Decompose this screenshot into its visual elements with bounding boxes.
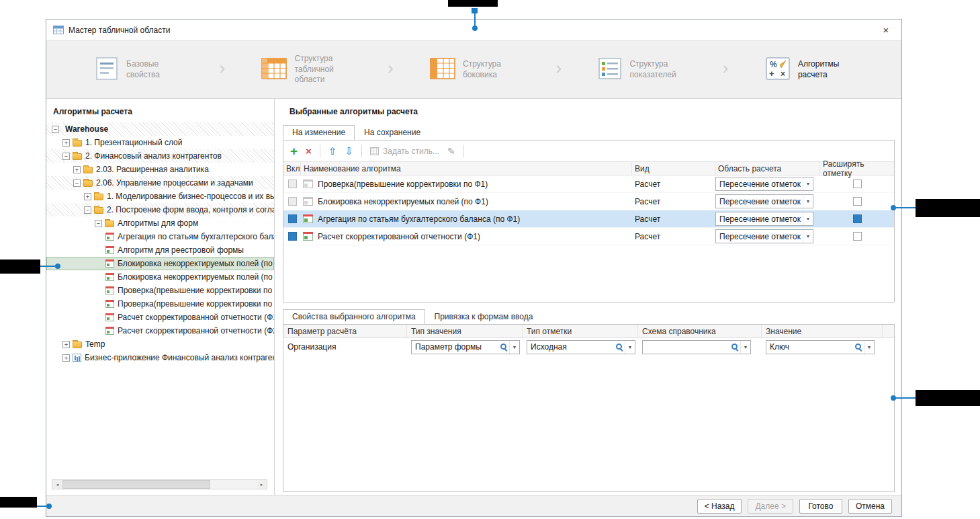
next-button[interactable]: Далее > [748,499,793,514]
column-header-value[interactable]: Значение [762,325,883,337]
collapse-icon[interactable]: − [95,220,102,227]
scope-dropdown[interactable]: Пересечение отметок▼ [715,229,813,243]
search-icon[interactable] [615,343,623,351]
expand-icon[interactable]: + [62,354,70,362]
expand-icon[interactable]: + [62,139,70,147]
expand-icon[interactable]: + [62,341,70,348]
dropdown-arrow-icon[interactable]: ▼ [864,341,874,354]
algorithm-row[interactable]: Проверка(превышение корректировки по Ф1)… [283,175,894,193]
algo-icon [105,286,114,294]
column-header-parameter[interactable]: Параметр расчёта [283,325,407,337]
value-dropdown[interactable]: Ключ ▼ [766,340,875,354]
step-calculation-algorithms[interactable]: % + × Алгоритмы расчета [764,54,856,85]
tree-item[interactable]: −2. Финансовый анализ контрагентов [46,149,274,163]
tree-item[interactable]: +1. Моделирование бизнес-процессов и их … [46,190,274,203]
annotation-dot [46,504,52,509]
tree-item[interactable]: +Бизнес-приложение Финансовый анализ кон… [46,351,274,364]
algorithm-row[interactable]: Блокировка некорректируемых полей (по Ф1… [283,193,894,210]
scrollbar-thumb[interactable] [62,480,210,489]
column-header-kind[interactable]: Вид [632,162,715,175]
tree-item[interactable]: Блокировка некорректируемых полей (по Ф2… [46,270,274,284]
close-icon[interactable]: × [877,24,895,36]
algo-icon [105,273,114,281]
dropdown-arrow-icon[interactable]: ▼ [740,341,750,354]
scope-dropdown[interactable]: Пересечение отметок▼ [715,177,813,191]
expand-mark-checkbox[interactable] [853,197,862,206]
tree-item[interactable]: −2.06. Управление процессами и задачами [46,176,274,190]
column-header-name[interactable]: Наименование алгоритма [301,162,632,175]
algorithm-row[interactable]: Расчет скорректированной отчетности (Ф1)… [283,228,894,245]
column-header-dictionary-schema[interactable]: Схема справочника [638,325,762,337]
move-up-icon[interactable]: ⇧ [328,146,337,156]
scroll-left-icon[interactable]: ◄ [52,480,62,489]
collapse-icon[interactable]: − [52,126,59,133]
finish-button[interactable]: Готово [799,499,842,514]
dropdown-arrow-icon[interactable]: ▼ [625,341,635,354]
expand-mark-checkbox[interactable] [853,179,862,188]
scrollbar-track[interactable] [62,480,257,489]
tree-item[interactable]: −Алгоритмы для форм [46,216,274,230]
mark-type-value: Исходная [531,342,615,352]
tree-item[interactable]: Расчет скорректированной отчетности (Ф2) [46,324,274,337]
mark-type-dropdown[interactable]: Исходная ▼ [527,340,635,354]
search-icon[interactable] [731,343,739,351]
add-icon[interactable]: + [290,145,298,157]
search-icon[interactable] [500,343,508,351]
tab-on-change[interactable]: На изменение [283,125,355,140]
tree-item[interactable]: +1. Презентационный слой [46,136,274,149]
column-header-enabled[interactable]: Вкл [283,162,301,175]
selected-algorithms-panel: Выбранные алгоритмы расчета На изменение… [275,99,901,495]
expand-mark-checkbox[interactable] [853,232,862,241]
collapse-icon[interactable]: − [73,179,81,187]
expand-icon[interactable]: + [84,193,91,200]
cancel-button[interactable]: Отмена [848,499,892,514]
edit-pencil-icon[interactable]: ✎ [447,147,455,156]
column-header-expand-mark[interactable]: Расширять отметку [820,162,894,175]
step-indicators-structure[interactable]: Структура показателей [596,55,687,84]
tree-item[interactable]: −2. Построение форм ввода, контроля и со… [46,203,274,216]
column-header-value-type[interactable]: Тип значения [407,325,523,337]
tab-input-forms-binding[interactable]: Привязка к формам ввода [425,309,543,324]
annotation-redaction-box-right-1 [916,199,980,217]
set-style-button[interactable]: Задать стиль... [370,147,439,156]
tree-item[interactable]: Алгоритм для реестровой формы [46,243,274,257]
dropdown-arrow-icon[interactable]: ▼ [509,341,519,354]
tree-item[interactable]: −Warehouse [46,122,274,136]
collapse-icon[interactable]: − [62,153,70,160]
tree-item[interactable]: Агрегация по статьям бухгалтерского бала… [46,230,274,243]
tree-item-label: 1. Моделирование бизнес-процессов и их в… [103,192,274,201]
step-basic-properties[interactable]: Базовые свойства [93,55,184,84]
scope-dropdown[interactable]: Пересечение отметок▼ [715,194,813,208]
tab-algorithm-properties[interactable]: Свойства выбранного алгоритма [283,309,425,324]
step-table-area-structure[interactable]: Структура табличной области [260,54,352,85]
search-icon[interactable] [854,343,862,351]
scope-dropdown[interactable]: Пересечение отметок▼ [715,212,813,226]
tab-on-save[interactable]: На сохранение [355,125,430,140]
tree-item[interactable]: +Temp [46,337,274,351]
column-header-mark-type[interactable]: Тип отметки [523,325,638,337]
tree-item[interactable]: +2.03. Расширенная аналитика [46,163,274,176]
scroll-right-icon[interactable]: ► [257,480,267,489]
expand-mark-checkbox[interactable] [853,214,862,223]
algorithm-row[interactable]: Агрегация по статьям бухгалтерского бала… [283,210,894,228]
expand-icon[interactable]: + [73,166,81,173]
delete-icon[interactable]: × [306,146,312,156]
algorithm-name: Расчет скорректированной отчетности (Ф1) [318,232,480,241]
tree-item[interactable]: Блокировка некорректируемых полей (по Ф1… [46,257,274,270]
tree-horizontal-scrollbar[interactable]: ◄ ► [52,479,267,489]
column-header-scope[interactable]: Область расчета [715,162,820,175]
dictionary-schema-dropdown[interactable]: ▼ [642,340,751,354]
step-side-header-structure[interactable]: Структура боковика [429,55,521,84]
back-button[interactable]: < Назад [697,499,742,514]
tree-item[interactable]: Расчет скорректированной отчетности (Ф1) [46,311,274,324]
enabled-checkbox[interactable] [288,214,297,223]
enabled-checkbox[interactable] [288,232,297,241]
enabled-checkbox[interactable] [288,179,297,188]
tree-item-label: Алгоритм для реестровой формы [114,245,244,255]
collapse-icon[interactable]: − [84,206,91,214]
enabled-checkbox[interactable] [288,197,297,206]
tree-item[interactable]: Проверка(превышение корректировки по Ф2) [46,297,274,311]
value-type-dropdown[interactable]: Параметр формы ▼ [411,340,520,354]
tree-item[interactable]: Проверка(превышение корректировки по Ф1) [46,284,274,297]
move-down-icon[interactable]: ⇩ [345,146,353,156]
